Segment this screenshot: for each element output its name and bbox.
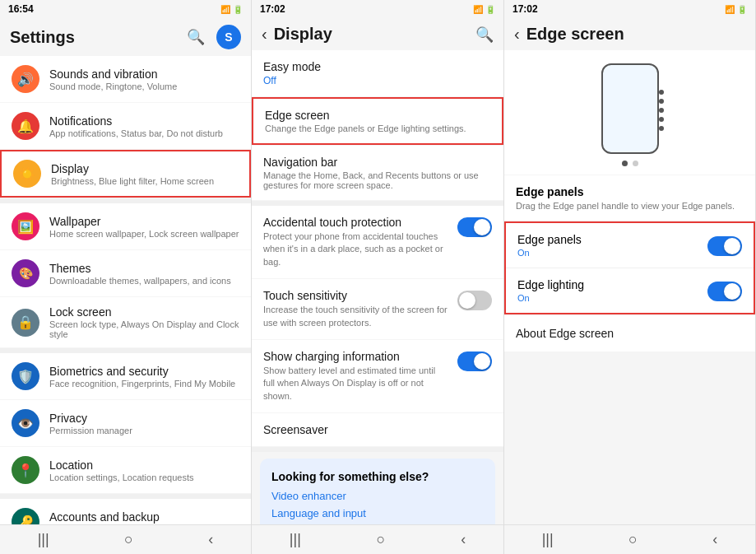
signal-icon: 📶	[220, 5, 230, 14]
edge-panels-toggle-row[interactable]: Edge panels On	[506, 223, 754, 268]
setting-sounds[interactable]: 🔊 Sounds and vibration Sound mode, Ringt…	[0, 56, 251, 102]
display-title: Display	[274, 25, 332, 44]
suggestions-box: Looking for something else? Video enhanc…	[260, 459, 495, 524]
touchsens-title: Touch sensitivity	[263, 289, 449, 302]
display-touchsens[interactable]: Touch sensitivity Increase the touch sen…	[252, 279, 503, 339]
nav-home-btn-2[interactable]: ○	[377, 531, 386, 548]
suggestion-video[interactable]: Video enhancer	[271, 490, 484, 502]
about-edge[interactable]: About Edge screen	[504, 315, 755, 351]
back-btn-edge[interactable]: ‹	[514, 25, 520, 44]
display-text: Display Brightness, Blue light filter, H…	[51, 162, 238, 186]
nav-back-btn[interactable]: ‹	[208, 531, 213, 548]
location-icon: 📍	[12, 456, 39, 484]
nav-menu-btn-2[interactable]: |||	[290, 531, 301, 548]
edge-dot-2	[659, 99, 664, 104]
navbar-title: Navigation bar	[263, 156, 492, 169]
charging-toggle[interactable]	[457, 351, 492, 371]
privacy-title: Privacy	[49, 412, 239, 425]
themes-icon: 🎨	[12, 259, 39, 287]
sounds-sub: Sound mode, Ringtone, Volume	[49, 81, 239, 91]
notifications-title: Notifications	[49, 114, 239, 128]
display-charging[interactable]: Show charging information Show battery l…	[252, 340, 503, 412]
display-easymode[interactable]: Easy mode Off	[252, 50, 503, 96]
avatar[interactable]: S	[216, 25, 241, 49]
charging-title: Show charging information	[263, 350, 449, 363]
accidental-text: Accidental touch protection Protect your…	[263, 216, 457, 268]
accounts-title: Accounts and backup	[49, 510, 239, 524]
nav-menu-btn-3[interactable]: |||	[542, 531, 554, 548]
display-screensaver[interactable]: Screensaver	[252, 413, 503, 446]
wallpaper-sub: Home screen wallpaper, Lock screen wallp…	[49, 229, 239, 239]
lockscreen-icon: 🔒	[12, 309, 39, 337]
wallpaper-icon: 🖼️	[12, 212, 39, 240]
status-icons-2: 📶 🔋	[473, 5, 495, 14]
back-btn-display[interactable]: ‹	[262, 25, 267, 44]
divider-d2	[252, 447, 503, 452]
accounts-text: Accounts and backup Samsung Cloud, Smart…	[49, 510, 239, 525]
edge-panels-desc-sub: Drag the Edge panel handle to view your …	[516, 201, 744, 211]
touchsens-text: Touch sensitivity Increase the touch sen…	[263, 289, 457, 329]
charging-knob	[474, 353, 490, 370]
display-header: ‹ Display 🔍	[252, 18, 503, 50]
edgescreen-title: Edge screen	[265, 109, 490, 122]
setting-biometrics[interactable]: 🛡️ Biometrics and security Face recognit…	[0, 353, 251, 399]
settings-title: Settings	[10, 28, 75, 47]
edge-lighting-toggle[interactable]	[707, 282, 742, 301]
navbar-sub: Manage the Home, Back, and Recents butto…	[263, 170, 492, 190]
screensaver-title: Screensaver	[263, 423, 492, 436]
status-bar-1: 16:54 📶 🔋	[0, 0, 251, 18]
edge-panels-toggle-text: Edge panels On	[517, 233, 582, 258]
edge-panels-toggle[interactable]	[707, 236, 742, 256]
nav-bar-3: ||| ○ ‹	[504, 524, 755, 554]
location-sub: Location settings, Location requests	[49, 473, 239, 482]
page-dots	[622, 161, 638, 166]
sounds-text: Sounds and vibration Sound mode, Rington…	[49, 68, 239, 91]
biometrics-sub: Face recognition, Fingerprints, Find My …	[49, 379, 239, 389]
setting-location[interactable]: 📍 Location Location settings, Location r…	[0, 447, 251, 493]
biometrics-icon: 🛡️	[12, 362, 39, 390]
suggestions-title: Looking for something else?	[271, 470, 484, 483]
about-edge-text: About Edge screen	[516, 327, 744, 340]
search-btn-display[interactable]: 🔍	[475, 26, 494, 44]
nav-home-btn[interactable]: ○	[124, 531, 133, 548]
themes-text: Themes Downloadable themes, wallpapers, …	[49, 262, 239, 286]
display-edgescreen[interactable]: Edge screen Change the Edge panels or Ed…	[252, 97, 503, 145]
suggestion-language[interactable]: Language and input	[271, 507, 484, 519]
setting-lockscreen[interactable]: 🔒 Lock screen Screen lock type, Always O…	[0, 297, 251, 347]
battery-icon: 🔋	[233, 5, 243, 14]
nav-back-btn-3[interactable]: ‹	[712, 531, 717, 548]
setting-display[interactable]: ☀️ Display Brightness, Blue light filter…	[0, 150, 251, 198]
panel1-settings: 16:54 📶 🔋 Settings 🔍 S 🔊 Sounds and vibr…	[0, 0, 252, 554]
nav-menu-btn[interactable]: |||	[38, 531, 49, 548]
edge-panels-knob	[724, 238, 740, 254]
setting-notifications[interactable]: 🔔 Notifications App notifications, Statu…	[0, 103, 251, 149]
search-icon[interactable]: 🔍	[187, 28, 205, 46]
setting-themes[interactable]: 🎨 Themes Downloadable themes, wallpapers…	[0, 250, 251, 296]
edge-panels-on-label: On	[517, 248, 582, 258]
setting-privacy[interactable]: 👁️ Privacy Permission manager	[0, 400, 251, 446]
nav-home-btn-3[interactable]: ○	[628, 531, 638, 548]
display-navbar[interactable]: Navigation bar Manage the Home, Back, an…	[252, 146, 503, 200]
edge-lighting-toggle-row[interactable]: Edge lighting On	[506, 268, 754, 313]
edge-list: Edge panels Drag the Edge panel handle t…	[504, 50, 755, 524]
wallpaper-text: Wallpaper Home screen wallpaper, Lock sc…	[49, 215, 239, 239]
biometrics-title: Biometrics and security	[49, 365, 239, 378]
accidental-toggle[interactable]	[457, 217, 492, 237]
edge-dot-3	[659, 108, 664, 113]
battery-icon-2: 🔋	[485, 5, 495, 14]
location-text: Location Location settings, Location req…	[49, 459, 239, 482]
touchsens-toggle[interactable]	[457, 291, 492, 310]
accounts-icon: 🔑	[12, 508, 39, 524]
setting-accounts[interactable]: 🔑 Accounts and backup Samsung Cloud, Sma…	[0, 499, 251, 524]
display-accidental[interactable]: Accidental touch protection Protect your…	[252, 206, 503, 278]
charging-sub: Show battery level and estimated time un…	[263, 365, 449, 403]
accidental-sub: Protect your phone from accidental touch…	[263, 230, 449, 268]
setting-wallpaper[interactable]: 🖼️ Wallpaper Home screen wallpaper, Lock…	[0, 203, 251, 249]
edge-header: ‹ Edge screen	[504, 18, 755, 50]
nav-back-btn-2[interactable]: ‹	[461, 531, 466, 548]
touchsens-sub: Increase the touch sensitivity of the sc…	[263, 304, 449, 329]
notifications-icon: 🔔	[12, 112, 39, 140]
edge-dot-4	[659, 117, 664, 122]
signal-icon-3: 📶	[725, 5, 735, 14]
status-bar-3: 17:02 📶 🔋	[504, 0, 755, 18]
